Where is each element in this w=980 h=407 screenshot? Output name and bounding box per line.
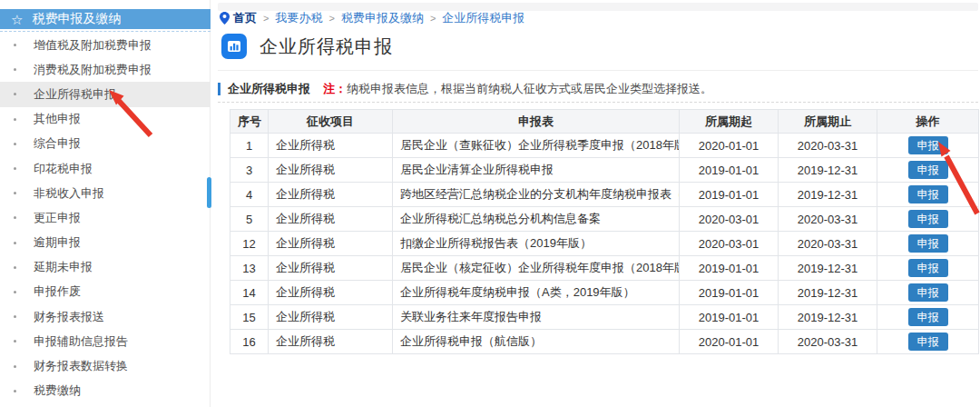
sidebar-item-11[interactable]: 财务报表报送 bbox=[0, 304, 211, 329]
sidebar-item-label: 综合申报 bbox=[34, 135, 81, 152]
sidebar-item-7[interactable]: 更正申报 bbox=[0, 205, 211, 230]
location-pin-icon bbox=[220, 12, 230, 25]
sidebar-item-label: 申报辅助信息报告 bbox=[34, 333, 128, 350]
star-outline-icon: ☆ bbox=[11, 13, 23, 26]
sidebar-item-10[interactable]: 申报作废 bbox=[0, 280, 211, 304]
sidebar-header[interactable]: ☆ 税费申报及缴纳 bbox=[0, 9, 211, 29]
apply-button[interactable]: 申报 bbox=[908, 283, 948, 302]
apply-button[interactable]: 申报 bbox=[908, 308, 948, 326]
sidebar-item-8[interactable]: 逾期申报 bbox=[0, 231, 211, 255]
sidebar-item-4[interactable]: 综合申报 bbox=[0, 132, 211, 156]
bullet-icon bbox=[14, 315, 16, 318]
sidebar-item-1[interactable]: 消费税及附加税费申报 bbox=[0, 57, 211, 82]
table-body: 1 企业所得税 居民企业（查账征收）企业所得税季度申报（2018年版） 2020… bbox=[230, 134, 979, 354]
bullet-icon bbox=[14, 118, 16, 121]
sidebar-item-label: 税费缴纳 bbox=[34, 382, 81, 399]
app-window: ☆ 税费申报及缴纳 增值税及附加税费申报 消费税及附加税费申报 企业所得税申报 … bbox=[0, 0, 980, 407]
breadcrumb-separator: > bbox=[430, 13, 436, 24]
declaration-table-wrap: 序号 征收项目 申报表 所属期起 所属期止 操作 1 企业所得税 居民企业（查账… bbox=[230, 109, 979, 354]
sidebar-item-3[interactable]: 其他申报 bbox=[0, 107, 211, 132]
sidebar-item-12[interactable]: 申报辅助信息报告 bbox=[0, 329, 211, 353]
sidebar-item-label: 更正申报 bbox=[34, 210, 81, 226]
col-header-form: 申报表 bbox=[393, 110, 680, 134]
bullet-icon bbox=[14, 68, 16, 71]
apply-button[interactable]: 申报 bbox=[908, 210, 948, 228]
bullet-icon bbox=[14, 44, 16, 46]
table-row: 1 企业所得税 居民企业（查账征收）企业所得税季度申报（2018年版） 2020… bbox=[230, 134, 979, 158]
section-label: 企业所得税申报 bbox=[228, 81, 310, 97]
sidebar-item-label: 企业所得税申报 bbox=[34, 86, 116, 103]
apply-button[interactable]: 申报 bbox=[908, 185, 948, 204]
bullet-icon bbox=[14, 340, 16, 342]
note-tag: 注： bbox=[323, 81, 347, 97]
sidebar-item-label: 逾期申报 bbox=[34, 234, 81, 251]
bullet-icon bbox=[14, 365, 16, 368]
sidebar-item-label: 消费税及附加税费申报 bbox=[34, 62, 152, 78]
col-header-action: 操作 bbox=[877, 110, 979, 134]
sidebar-item-label: 申报作废 bbox=[34, 283, 81, 300]
bullet-icon bbox=[14, 266, 16, 269]
sidebar-items: 增值税及附加税费申报 消费税及附加税费申报 企业所得税申报 其他申报 综合申报 … bbox=[0, 33, 211, 403]
bullet-icon bbox=[14, 93, 16, 95]
note-divider bbox=[218, 102, 978, 103]
apply-button[interactable]: 申报 bbox=[908, 161, 948, 179]
bullet-icon bbox=[14, 192, 16, 194]
sidebar-header-divider bbox=[0, 31, 211, 32]
sidebar-item-label: 延期未申报 bbox=[34, 259, 93, 275]
table-header-row: 序号 征收项目 申报表 所属期起 所属期止 操作 bbox=[230, 110, 979, 134]
bar-chart-icon bbox=[221, 34, 247, 59]
apply-button[interactable]: 申报 bbox=[908, 259, 948, 277]
sidebar-item-2[interactable]: 企业所得税申报 bbox=[0, 82, 211, 106]
apply-button[interactable]: 申报 bbox=[908, 136, 948, 154]
sidebar-item-label: 财务报表数据转换 bbox=[34, 358, 128, 374]
breadcrumb-item-2[interactable]: 税费申报及缴纳 bbox=[341, 10, 424, 26]
table-row: 5 企业所得税 企业所得税汇总纳税总分机构信息备案 2020-03-01 202… bbox=[230, 207, 979, 232]
apply-button[interactable]: 申报 bbox=[908, 333, 948, 351]
bullet-icon bbox=[14, 216, 16, 219]
declaration-table: 序号 征收项目 申报表 所属期起 所属期止 操作 1 企业所得税 居民企业（查账… bbox=[230, 109, 979, 354]
breadcrumb: 首页 > 我要办税 > 税费申报及缴纳 > 企业所得税申报 bbox=[220, 10, 524, 25]
col-header-end: 所属期止 bbox=[779, 110, 877, 134]
sidebar-header-label: 税费申报及缴纳 bbox=[32, 11, 121, 27]
table-row: 3 企业所得税 居民企业清算企业所得税申报 2019-01-01 2019-12… bbox=[230, 158, 979, 183]
sidebar-item-5[interactable]: 印花税申报 bbox=[0, 156, 211, 181]
page-title: 企业所得税申报 bbox=[260, 35, 393, 59]
sidebar-item-9[interactable]: 延期未申报 bbox=[0, 255, 211, 280]
breadcrumb-separator: > bbox=[328, 13, 334, 24]
bullet-icon bbox=[14, 242, 16, 244]
table-row: 13 企业所得税 居民企业（核定征收）企业所得税年度申报（2018年版） 201… bbox=[230, 256, 979, 281]
table-row: 15 企业所得税 关联业务往来年度报告申报 2019-01-01 2019-12… bbox=[230, 305, 979, 330]
sidebar-item-label: 增值税及附加税费申报 bbox=[34, 37, 152, 54]
sidebar-scrollbar-thumb[interactable] bbox=[207, 177, 211, 208]
title-divider bbox=[218, 70, 978, 71]
sidebar-item-label: 非税收入申报 bbox=[34, 185, 104, 202]
sidebar-item-0[interactable]: 增值税及附加税费申报 bbox=[0, 33, 211, 57]
bullet-icon bbox=[14, 143, 16, 145]
sidebar-item-label: 其他申报 bbox=[34, 111, 81, 127]
sidebar-item-label: 印花税申报 bbox=[34, 161, 93, 177]
col-header-start: 所属期起 bbox=[680, 110, 779, 134]
sidebar-item-14[interactable]: 税费缴纳 bbox=[0, 379, 211, 403]
breadcrumb-item-1[interactable]: 我要办税 bbox=[275, 10, 322, 26]
table-row: 14 企业所得税 企业所得税年度纳税申报（A类，2019年版） 2019-01-… bbox=[230, 281, 979, 305]
sidebar-item-label: 财务报表报送 bbox=[34, 309, 104, 325]
bullet-icon bbox=[14, 390, 16, 392]
table-row: 12 企业所得税 扣缴企业所得税报告表（2019年版） 2020-03-01 2… bbox=[230, 232, 979, 256]
main-content: 首页 > 我要办税 > 税费申报及缴纳 > 企业所得税申报 企业所得税申报 企业… bbox=[218, 0, 980, 407]
sidebar: ☆ 税费申报及缴纳 增值税及附加税费申报 消费税及附加税费申报 企业所得税申报 … bbox=[0, 0, 211, 407]
breadcrumb-item-3[interactable]: 企业所得税申报 bbox=[442, 10, 524, 26]
section-accent-bar bbox=[218, 83, 220, 95]
section-note: 企业所得税申报 注： 纳税申报表信息，根据当前纳税人征收方式或居民企业类型选择报… bbox=[218, 82, 712, 96]
breadcrumb-home[interactable]: 首页 bbox=[233, 10, 257, 26]
sidebar-item-6[interactable]: 非税收入申报 bbox=[0, 181, 211, 205]
note-text: 纳税申报表信息，根据当前纳税人征收方式或居民企业类型选择报送。 bbox=[347, 81, 712, 97]
apply-button[interactable]: 申报 bbox=[908, 234, 948, 253]
bullet-icon bbox=[14, 291, 16, 293]
sidebar-item-13[interactable]: 财务报表数据转换 bbox=[0, 353, 211, 378]
col-header-project: 征收项目 bbox=[269, 110, 393, 134]
bullet-icon bbox=[14, 167, 16, 170]
table-row: 16 企业所得税 企业所得税申报（航信版） 2020-01-01 2020-03… bbox=[230, 330, 979, 354]
table-row: 4 企业所得税 跨地区经营汇总纳税企业的分支机构年度纳税申报表（2018年版） … bbox=[230, 183, 979, 207]
col-header-seq: 序号 bbox=[230, 110, 269, 134]
page-title-row: 企业所得税申报 bbox=[221, 34, 393, 59]
